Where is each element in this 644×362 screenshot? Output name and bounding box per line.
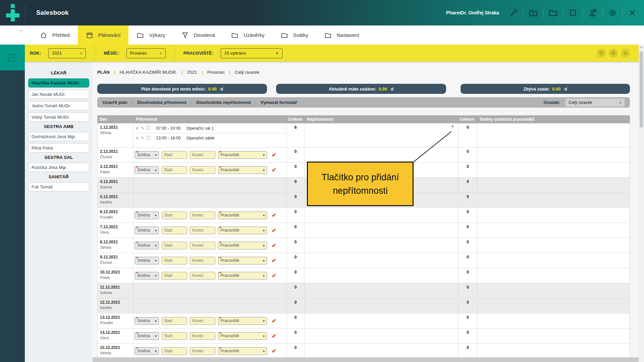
staff-item[interactable]: Ručička Jirka Mgr. xyxy=(28,163,89,172)
confirm-shift-icon[interactable]: ✔ xyxy=(272,333,276,340)
shift-type-select[interactable]: ** Směna ▾ xyxy=(135,166,159,174)
tab-prehled[interactable]: Přehled xyxy=(32,25,78,45)
staff-item[interactable]: Volný Tomáš MUDr. xyxy=(28,113,89,122)
start-time-input[interactable] xyxy=(162,166,187,174)
forward-arrow-icon[interactable]: → xyxy=(18,27,23,33)
workplace-select[interactable]: ** Pracoviště ▾ xyxy=(218,347,267,355)
mesic-select[interactable]: Prosinec ˄ xyxy=(126,48,166,58)
close-plan-button[interactable]: Uzavřít plán xyxy=(103,100,127,105)
staff-item[interactable]: Jedno Tomáš MUDr. xyxy=(28,101,89,110)
start-time-input[interactable] xyxy=(162,257,187,264)
staff-item[interactable]: Hlavička Kazimír MUDr. xyxy=(28,78,89,87)
shift-type-select[interactable]: ** Směna ▾ xyxy=(135,227,159,234)
confirm-shift-icon[interactable]: ✔ xyxy=(272,227,276,234)
end-time-input[interactable] xyxy=(190,272,215,280)
shift-type-select[interactable]: ** Směna ▾ xyxy=(135,212,159,219)
start-time-input[interactable] xyxy=(162,332,187,340)
shift-type-select[interactable]: ** Směna ▾ xyxy=(135,242,159,249)
uvazek-select[interactable]: Celý úvazek ˄ xyxy=(566,99,625,107)
settings-icon[interactable] xyxy=(607,7,618,18)
key-icon[interactable] xyxy=(508,7,519,18)
delete-entry-icon[interactable]: ✕ xyxy=(136,136,139,140)
end-time-input[interactable] xyxy=(190,332,215,340)
horizontal-scrollbar[interactable] xyxy=(93,357,639,362)
longterm-presence-button[interactable]: Dlouhodobá přítomnost xyxy=(137,100,186,105)
copy-entry-icon[interactable] xyxy=(146,135,151,141)
add-absence-button[interactable]: + xyxy=(451,124,454,129)
menu-icon[interactable] xyxy=(621,49,630,58)
row-day: Neděle xyxy=(100,200,133,204)
staff-item[interactable]: Docházková Jana Mgr. xyxy=(28,132,89,141)
workplace-select[interactable]: ** Pracoviště ▾ xyxy=(218,242,267,249)
start-time-input[interactable] xyxy=(162,227,187,234)
staff-item[interactable]: Fuk Tomáš xyxy=(28,182,89,191)
workplace-select[interactable]: ** Pracoviště ▾ xyxy=(218,227,267,234)
rok-select[interactable]: 2021 ˄ xyxy=(48,48,86,58)
folder-new-icon[interactable]: N xyxy=(528,7,539,18)
confirm-shift-icon[interactable]: ✔ xyxy=(272,257,276,264)
workplace-select[interactable]: ** Pracoviště ▾ xyxy=(218,166,267,174)
staff-item[interactable]: Pilná Petra xyxy=(28,143,89,153)
workplace-select[interactable]: ** Pracoviště ▾ xyxy=(218,151,267,159)
confirm-shift-icon[interactable]: ✔ xyxy=(272,242,276,249)
shift-type-select[interactable]: ** Směna ▾ xyxy=(135,317,159,325)
edit-entry-icon[interactable]: ✎ xyxy=(141,126,144,131)
other-shifts-cell xyxy=(477,344,630,358)
checklist-icon[interactable] xyxy=(0,45,25,70)
scroll-up-icon[interactable]: ▲ xyxy=(639,46,644,49)
workplace-select[interactable]: ** Pracoviště ▾ xyxy=(218,332,267,340)
tab-uzaverky[interactable]: Uzávěrky xyxy=(223,25,273,45)
tab-svatky[interactable]: Svátky xyxy=(273,25,316,45)
shift-type-select[interactable]: ** Směna ▾ xyxy=(135,257,159,264)
tab-nastaveni[interactable]: Nastavení xyxy=(316,25,368,45)
end-time-input[interactable] xyxy=(190,166,215,174)
edit-entry-icon[interactable]: ✎ xyxy=(141,136,144,140)
user-search-icon[interactable] xyxy=(587,7,598,18)
tab-dovolena[interactable]: Dovolená xyxy=(173,25,223,45)
workplace-select[interactable]: ** Pracoviště ▾ xyxy=(218,257,267,264)
copy-entry-icon[interactable] xyxy=(146,125,151,131)
clear-form-button[interactable]: Vymazat formulář xyxy=(261,100,297,105)
tab-planovani[interactable]: Plánování xyxy=(78,25,129,45)
filter-icon[interactable] xyxy=(597,49,606,58)
longterm-absence-button[interactable]: Dlouhodobá nepřítomnost xyxy=(196,100,251,105)
presence-total: 0 xyxy=(287,163,305,177)
workplace-select[interactable]: ** Pracoviště ▾ xyxy=(218,272,267,280)
staff-item[interactable]: Jan Novák MUDr. xyxy=(28,90,89,99)
shift-type-select[interactable]: ** Směna ▾ xyxy=(135,347,159,355)
end-time-input[interactable] xyxy=(190,227,215,234)
end-time-input[interactable] xyxy=(190,151,215,159)
shift-type-select[interactable]: ** Směna ▾ xyxy=(135,332,159,340)
entry-time: 13:00 - 16:00 xyxy=(156,136,181,140)
row-day: Úterý xyxy=(100,230,133,234)
confirm-shift-icon[interactable]: ✔ xyxy=(272,272,276,279)
shift-type-select[interactable]: ** Směna ▾ xyxy=(135,272,159,280)
start-time-input[interactable] xyxy=(162,212,187,219)
end-time-input[interactable] xyxy=(190,347,215,355)
confirm-shift-icon[interactable]: ✔ xyxy=(272,167,276,174)
workplace-select[interactable]: ** Pracoviště ▾ xyxy=(218,212,267,219)
end-time-input[interactable] xyxy=(190,242,215,249)
start-time-input[interactable] xyxy=(162,272,187,280)
end-time-input[interactable] xyxy=(190,257,215,264)
close-icon[interactable] xyxy=(627,7,638,18)
end-time-input[interactable] xyxy=(190,212,215,219)
start-time-input[interactable] xyxy=(162,347,187,355)
confirm-shift-icon[interactable]: ✔ xyxy=(272,348,276,355)
workplace-select[interactable]: ** Pracoviště ▾ xyxy=(218,317,267,325)
tab-vykazy[interactable]: Výkazy xyxy=(128,25,173,45)
print-icon[interactable] xyxy=(609,49,618,58)
window-icon[interactable] xyxy=(567,7,579,18)
confirm-shift-icon[interactable]: ✔ xyxy=(272,212,276,219)
shift-type-select[interactable]: ** Směna ▾ xyxy=(135,151,159,159)
delete-entry-icon[interactable]: ✕ xyxy=(136,126,139,131)
end-time-input[interactable] xyxy=(190,317,215,325)
pracoviste-select[interactable]: 15 vybráno ▼ xyxy=(221,48,282,58)
start-time-input[interactable] xyxy=(162,317,187,325)
confirm-shift-icon[interactable]: ✔ xyxy=(272,152,276,159)
confirm-shift-icon[interactable]: ✔ xyxy=(272,317,276,324)
start-time-input[interactable] xyxy=(162,151,187,159)
folder-icon[interactable] xyxy=(547,7,559,18)
start-time-input[interactable] xyxy=(162,242,187,249)
scrollbar-thumb[interactable] xyxy=(640,51,643,128)
